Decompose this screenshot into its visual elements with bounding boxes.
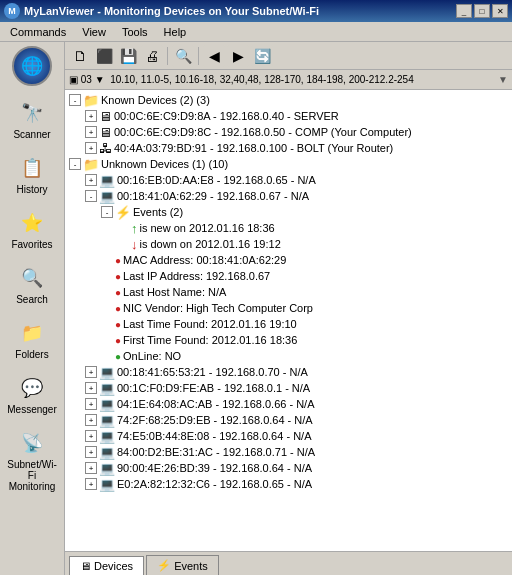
sidebar-item-messenger[interactable]: 💬 Messenger — [3, 367, 61, 420]
known-devices-group[interactable]: - 📁 Known Devices (2) (3) — [65, 92, 512, 108]
detail-first-found: ● First Time Found: 2012.01.16 18:36 — [65, 332, 512, 348]
title-bar: M MyLanViewer - Monitoring Devices on Yo… — [0, 0, 512, 22]
history-label: History — [16, 184, 47, 195]
tab-devices-label: Devices — [94, 560, 133, 572]
search-icon: 🔍 — [16, 262, 48, 294]
device-router-label: 40:4A:03:79:BD:91 - 192.168.0.100 - BOLT… — [114, 142, 393, 154]
device-e8-expand[interactable]: + — [85, 174, 97, 186]
device-bd39[interactable]: + 💻 90:00:4E:26:BD:39 - 192.168.0.64 - N… — [65, 460, 512, 476]
sidebar-item-folders[interactable]: 📁 Folders — [3, 312, 61, 365]
detail-first-label: First Time Found: 2012.01.16 18:36 — [123, 334, 297, 346]
monitoring-label: Subnet/Wi-FiMonitoring — [6, 459, 58, 492]
close-button[interactable]: ✕ — [492, 4, 508, 18]
new-button[interactable]: 🗋 — [69, 45, 91, 67]
device-tree[interactable]: - 📁 Known Devices (2) (3) + 🖥 00:0C:6E:C… — [65, 90, 512, 551]
device-router[interactable]: + 🖧 40:4A:03:79:BD:91 - 192.168.0.100 - … — [65, 140, 512, 156]
device-bd39-expand[interactable]: + — [85, 462, 97, 474]
device-32c6[interactable]: + 💻 E0:2A:82:12:32:C6 - 192.168.0.65 - N… — [65, 476, 512, 492]
toolbar: 🗋 ⬛ 💾 🖨 🔍 ◀ ▶ 🔄 — [65, 42, 512, 70]
device-6229[interactable]: - 💻 00:18:41:0A:62:29 - 192.168.0.67 - N… — [65, 188, 512, 204]
device-router-expand[interactable]: + — [85, 142, 97, 154]
unknown-devices-group[interactable]: - 📁 Unknown Devices (1) (10) — [65, 156, 512, 172]
address-dropdown[interactable]: ▼ — [498, 74, 508, 85]
print-button[interactable]: 🖨 — [141, 45, 163, 67]
monitor-icon-comp: 🖥 — [99, 125, 112, 140]
device-6229-expand[interactable]: - — [85, 190, 97, 202]
tab-events-label: Events — [174, 560, 208, 572]
find-button[interactable]: 🔍 — [172, 45, 194, 67]
detail-ip: ● Last IP Address: 192.168.0.67 — [65, 268, 512, 284]
device-5321-expand[interactable]: + — [85, 366, 97, 378]
device-31ac-expand[interactable]: + — [85, 446, 97, 458]
save-button[interactable]: 💾 — [117, 45, 139, 67]
device-feab-expand[interactable]: + — [85, 382, 97, 394]
device-5321[interactable]: + 💻 00:18:41:65:53:21 - 192.168.0.70 - N… — [65, 364, 512, 380]
sidebar-item-scanner[interactable]: 🔭 Scanner — [3, 92, 61, 145]
device-32c6-label: E0:2A:82:12:32:C6 - 192.168.0.65 - N/A — [117, 478, 312, 490]
device-8e08[interactable]: + 💻 74:E5:0B:44:8E:08 - 192.168.0.64 - N… — [65, 428, 512, 444]
detail-hostname: ● Last Host Name: N/A — [65, 284, 512, 300]
device-acab[interactable]: + 💻 04:1E:64:08:AC:AB - 192.168.0.66 - N… — [65, 396, 512, 412]
refresh-button[interactable]: 🔄 — [251, 45, 273, 67]
device-31ac-label: 84:00:D2:BE:31:AC - 192.168.0.71 - N/A — [117, 446, 315, 458]
menu-help[interactable]: Help — [156, 24, 195, 40]
stop-button[interactable]: ⬛ — [93, 45, 115, 67]
sidebar-item-search[interactable]: 🔍 Search — [3, 257, 61, 310]
known-devices-expand[interactable]: - — [69, 94, 81, 106]
menu-tools[interactable]: Tools — [114, 24, 156, 40]
device-d9eb-expand[interactable]: + — [85, 414, 97, 426]
minimize-button[interactable]: _ — [456, 4, 472, 18]
unknown-devices-expand[interactable]: - — [69, 158, 81, 170]
device-comp-expand[interactable]: + — [85, 126, 97, 138]
app-logo: 🌐 — [12, 46, 52, 86]
device-server[interactable]: + 🖥 00:0C:6E:C9:D9:8A - 192.168.0.40 - S… — [65, 108, 512, 124]
sidebar-item-history[interactable]: 📋 History — [3, 147, 61, 200]
detail-ip-label: Last IP Address: 192.168.0.67 — [123, 270, 270, 282]
events-expand[interactable]: - — [101, 206, 113, 218]
device-comp-label: 00:0C:6E:C9:D9:8C - 192.168.0.50 - COMP … — [114, 126, 412, 138]
device-server-expand[interactable]: + — [85, 110, 97, 122]
event-up-icon: ↑ — [131, 221, 138, 236]
device-comp[interactable]: + 🖥 00:0C:6E:C9:D9:8C - 192.168.0.50 - C… — [65, 124, 512, 140]
tab-devices[interactable]: 🖥 Devices — [69, 556, 144, 575]
device-32c6-expand[interactable]: + — [85, 478, 97, 490]
event-down[interactable]: ↓ is down on 2012.01.16 19:12 — [65, 236, 512, 252]
device-6229-label: 00:18:41:0A:62:29 - 192.168.0.67 - N/A — [117, 190, 309, 202]
device-e8-label: 00:16:EB:0D:AA:E8 - 192.168.0.65 - N/A — [117, 174, 316, 186]
event-new-label: is new on 2012.01.16 18:36 — [140, 222, 275, 234]
forward-button[interactable]: ▶ — [227, 45, 249, 67]
unknown-devices-label: Unknown Devices (1) (10) — [101, 158, 228, 170]
sidebar-item-monitoring[interactable]: 📡 Subnet/Wi-FiMonitoring — [3, 422, 61, 497]
menu-commands[interactable]: Commands — [2, 24, 74, 40]
device-acab-expand[interactable]: + — [85, 398, 97, 410]
menu-view[interactable]: View — [74, 24, 114, 40]
unknown-icon-31ac: 💻 — [99, 445, 115, 460]
monitor-icon-server: 🖥 — [99, 109, 112, 124]
unknown-icon-6229: 💻 — [99, 189, 115, 204]
maximize-button[interactable]: □ — [474, 4, 490, 18]
unknown-icon-e8: 💻 — [99, 173, 115, 188]
folders-label: Folders — [15, 349, 48, 360]
unknown-icon-8e08: 💻 — [99, 429, 115, 444]
device-feab[interactable]: + 💻 00:1C:F0:D9:FE:AB - 192.168.0.1 - N/… — [65, 380, 512, 396]
device-31ac[interactable]: + 💻 84:00:D2:BE:31:AC - 192.168.0.71 - N… — [65, 444, 512, 460]
sidebar-item-favorites[interactable]: ⭐ Favorites — [3, 202, 61, 255]
event-new[interactable]: ↑ is new on 2012.01.16 18:36 — [65, 220, 512, 236]
detail-nic: ● NIC Vendor: High Tech Computer Corp — [65, 300, 512, 316]
main-container: 🌐 🔭 Scanner 📋 History ⭐ Favorites 🔍 Sear… — [0, 42, 512, 575]
sidebar: 🌐 🔭 Scanner 📋 History ⭐ Favorites 🔍 Sear… — [0, 42, 65, 575]
detail-last-icon: ● — [115, 319, 121, 330]
unknown-icon-5321: 💻 — [99, 365, 115, 380]
content-area: 🗋 ⬛ 💾 🖨 🔍 ◀ ▶ 🔄 ▣ 03 ▼ 10.10, 11.0-5, 10… — [65, 42, 512, 575]
events-group[interactable]: - ⚡ Events (2) — [65, 204, 512, 220]
detail-last-label: Last Time Found: 2012.01.16 19:10 — [123, 318, 297, 330]
router-icon: 🖧 — [99, 141, 112, 156]
tab-events[interactable]: ⚡ Events — [146, 555, 219, 575]
favorites-label: Favorites — [11, 239, 52, 250]
device-d9eb[interactable]: + 💻 74:2F:68:25:D9:EB - 192.168.0.64 - N… — [65, 412, 512, 428]
device-e8[interactable]: + 💻 00:16:EB:0D:AA:E8 - 192.168.0.65 - N… — [65, 172, 512, 188]
back-button[interactable]: ◀ — [203, 45, 225, 67]
device-acab-label: 04:1E:64:08:AC:AB - 192.168.0.66 - N/A — [117, 398, 315, 410]
device-8e08-expand[interactable]: + — [85, 430, 97, 442]
messenger-icon: 💬 — [16, 372, 48, 404]
